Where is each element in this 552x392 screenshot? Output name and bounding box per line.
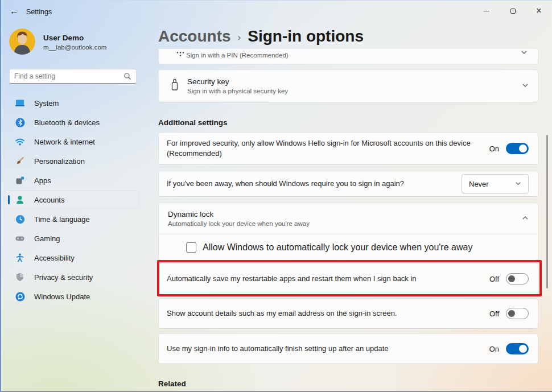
sign-in-info-toggle[interactable] [506,343,529,354]
chevron-down-icon [522,81,529,91]
sidebar-nav: System Bluetooth & devices Network & int… [5,94,139,307]
person-icon [15,195,25,205]
clock-icon [15,214,25,224]
close-icon: × [536,6,541,15]
restartable-apps-toggle[interactable] [506,273,529,284]
restartable-apps-label: Automatically save my restartable apps a… [167,274,417,284]
dynamic-lock-card: Dynamic lock Automatically lock your dev… [158,203,538,261]
sidebar-item-personalization[interactable]: Personalization [5,152,139,170]
minimize-button[interactable] [473,0,500,22]
breadcrumb: Accounts › Sign-in options [158,27,364,46]
breadcrumb-accounts-link[interactable]: Accounts [158,27,231,46]
profile-name: User Demo [43,34,84,42]
search-input[interactable] [14,72,123,80]
sidebar-item-system[interactable]: System [5,94,139,112]
toggle-state-label: On [489,145,499,153]
dynamic-lock-checkbox-label: Allow Windows to automatically lock your… [203,242,472,253]
account-details-row: Show account details such as my email ad… [158,298,538,329]
search-box[interactable] [9,69,137,84]
security-key-subtitle: Sign in with a physical security key [187,88,288,94]
back-arrow-icon: ← [10,6,19,16]
toggle-knob [519,345,527,353]
windows-hello-only-toggle[interactable] [506,143,529,154]
dynamic-lock-header[interactable]: Dynamic lock Automatically lock your dev… [159,203,538,234]
sidebar-item-label: Bluetooth & devices [34,118,100,127]
sign-in-info-row: Use my sign-in info to automatically fin… [158,333,538,364]
chevron-down-icon [515,180,521,188]
page-title: Sign-in options [248,27,364,46]
windows-hello-only-row: For improved security, only allow Window… [158,132,538,165]
sidebar-item-label: Privacy & security [34,273,93,282]
toggle-state-label: Off [489,310,499,318]
windows-hello-only-label: For improved security, only allow Window… [167,138,489,159]
sidebar-item-label: Gaming [34,234,60,243]
restartable-apps-row: Automatically save my restartable apps a… [158,263,538,295]
vertical-scrollbar-thumb[interactable] [546,135,548,288]
maximize-icon [510,9,516,14]
bluetooth-icon [15,117,25,127]
sidebar-item-label: Accounts [34,196,64,204]
apps-icon [15,175,25,185]
security-key-expander-card[interactable]: Security key Sign in with a physical sec… [158,69,538,102]
account-details-toggle[interactable] [506,308,529,319]
sign-in-info-label: Use my sign-in info to automatically fin… [167,344,389,354]
sidebar-item-windows-update[interactable]: Windows Update [5,288,139,305]
dynamic-lock-title: Dynamic lock [168,210,310,218]
dropdown-value: Never [469,180,489,188]
titlebar: ← Settings × [0,0,552,23]
sidebar-item-time-language[interactable]: Time & language [5,211,139,228]
sidebar-item-gaming[interactable]: Gaming [5,230,139,247]
app-title: Settings [26,8,52,16]
shield-icon [15,272,25,282]
sidebar-item-apps[interactable]: Apps [5,172,139,189]
avatar-illustration [9,28,35,55]
chevron-up-icon [522,213,529,223]
security-key-icon [170,77,179,94]
related-heading: Related [158,379,186,388]
search-icon [123,72,131,80]
sidebar-item-label: Apps [34,176,51,185]
sidebar-item-bluetooth[interactable]: Bluetooth & devices [5,114,139,131]
sidebar-item-label: Time & language [34,215,90,224]
sign-in-again-dropdown[interactable]: Never [462,174,529,193]
breadcrumb-separator: › [238,30,241,43]
minimize-icon [484,11,489,11]
sidebar-item-network[interactable]: Network & internet [5,133,139,150]
sidebar-item-label: Accessibility [34,254,75,262]
sidebar-item-accounts[interactable]: Accounts [5,191,139,208]
pin-expander-card[interactable]: Sign in with a PIN (Recommended) [158,49,538,64]
sidebar-item-privacy[interactable]: Privacy & security [5,269,139,286]
dynamic-lock-checkbox-row: Allow Windows to automatically lock your… [159,234,538,261]
wifi-icon [15,137,25,147]
maximize-button[interactable] [500,0,526,22]
toggle-knob [508,275,515,282]
additional-settings-heading: Additional settings [158,118,228,127]
gamepad-icon [15,233,25,244]
back-button[interactable]: ← [6,3,23,19]
chevron-down-icon [521,49,528,58]
dynamic-lock-subtitle: Automatically lock your device when you'… [168,220,310,227]
sidebar-item-label: Personalization [34,157,85,166]
sidebar-item-label: System [34,99,59,108]
pin-subtitle: Sign in with a PIN (Recommended) [186,52,289,59]
pin-keypad-icon [176,50,185,60]
brush-icon [15,156,25,166]
dynamic-lock-checkbox[interactable] [186,242,196,253]
security-key-title: Security key [187,77,288,86]
sidebar-item-accessibility[interactable]: Accessibility [5,249,139,266]
sign-in-again-label: If you've been away, when should Windows… [167,179,404,189]
window-controls: × [473,0,552,23]
sidebar-item-label: Network & internet [34,138,95,146]
close-button[interactable]: × [526,0,552,22]
account-details-label: Show account details such as my email ad… [167,308,397,319]
accessibility-icon [15,253,25,263]
avatar[interactable] [9,28,35,55]
toggle-knob [519,145,527,152]
update-icon [15,291,25,302]
toggle-state-label: Off [489,275,499,283]
sidebar-item-label: Windows Update [34,292,90,301]
toggle-knob [508,310,515,317]
profile-email: m__lab@outlook.com [43,44,106,51]
laptop-icon [15,98,25,108]
sign-in-again-row: If you've been away, when should Windows… [158,171,538,197]
